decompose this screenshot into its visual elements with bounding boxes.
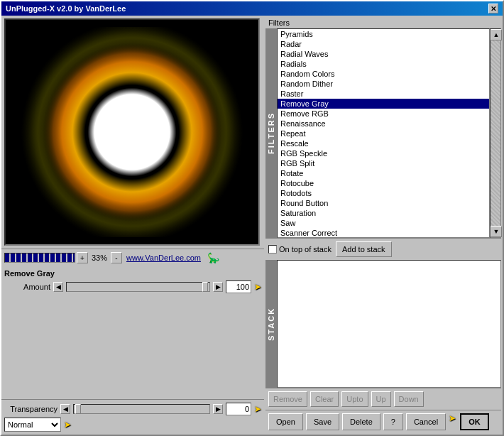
amount-increase-btn[interactable]: ▶ [213,282,223,292]
save-button[interactable]: Save [306,413,339,430]
filter-item[interactable]: RGB Split [278,158,489,168]
filters-header: Filters [265,17,501,28]
zoom-out-button[interactable]: - [111,252,122,263]
filter-item[interactable]: RGB Speckle [278,148,489,158]
filter-item[interactable]: Rotate [278,168,489,178]
clear-button[interactable]: Clear [310,391,339,407]
scroll-track[interactable] [491,40,500,226]
transparency-arrow: ➤ [254,404,261,414]
title-bar: UnPlugged-X v2.0 by VanDerLee ✕ [1,1,503,16]
right-panel: Filters FILTERS PyramidsRadarRadial Wave… [264,16,503,435]
zoom-level: 33% [89,254,109,262]
amount-row: Amount ◀ ▶ ➤ [4,280,261,293]
stack-action-buttons: Remove Clear Upto Up Down [265,388,501,410]
window-title: UnPlugged-X v2.0 by VanDerLee [6,4,126,13]
stack-controls: On top of stack Add to stack [265,238,501,260]
filter-item[interactable]: Random Colors [278,69,489,79]
transparency-value[interactable] [226,403,251,415]
filter-item[interactable]: Repeat [278,129,489,138]
open-button[interactable]: Open [268,413,303,430]
filters-vertical-label: FILTERS [265,28,277,238]
blend-arrow: ➤ [64,420,71,430]
toolbar: + 33% - www.VanDerLee.com 🦕 [1,249,264,266]
ok-button[interactable]: OK [460,413,489,430]
filter-item[interactable]: Rotocube [278,178,489,188]
transparency-label: Transparency [4,405,57,413]
down-button[interactable]: Down [394,391,424,407]
filter-item[interactable]: Radar [278,39,489,49]
on-top-checkbox[interactable] [268,245,277,254]
dino-icon: 🦕 [205,251,222,264]
up-button[interactable]: Up [371,391,391,407]
delete-button[interactable]: Delete [342,413,380,430]
cancel-arrow: ➤ [449,413,456,423]
filter-item[interactable]: Renaissance [278,119,489,129]
main-window: UnPlugged-X v2.0 by VanDerLee ✕ + 33% - … [0,0,504,436]
filter-item[interactable]: Random Dither [278,79,489,89]
filter-item[interactable]: Saturation [278,208,489,218]
amount-value[interactable] [226,280,251,293]
amount-slider[interactable] [66,282,210,292]
filter-item[interactable]: Radials [278,59,489,69]
scroll-up-btn[interactable]: ▲ [491,29,502,40]
filter-item[interactable]: Remove RGB [278,109,489,119]
filter-item[interactable]: Saw [278,218,489,228]
zoom-in-button[interactable]: + [77,252,88,263]
stack-vertical-label: STACK [265,260,277,388]
on-top-checkbox-row: On top of stack [268,245,332,254]
filter-item[interactable]: Pyramids [278,29,489,39]
filter-item[interactable]: Rescale [278,138,489,148]
filter-name-label: Remove Gray [4,269,261,278]
on-top-label: On top of stack [279,245,332,254]
transparency-increase-btn[interactable]: ▶ [213,404,223,414]
close-button[interactable]: ✕ [488,4,498,13]
filter-item[interactable]: Round Button [278,198,489,208]
scroll-down-btn[interactable]: ▼ [491,226,502,237]
amount-decrease-btn[interactable]: ◀ [53,282,63,292]
amount-label: Amount [4,283,50,291]
filter-item[interactable]: Scanner Correct [278,228,489,238]
help-button[interactable]: ? [383,413,403,430]
filters-list-area: FILTERS PyramidsRadarRadial WavesRadials… [265,28,501,238]
blend-mode-select[interactable]: Normal Multiply Screen Overlay [4,418,61,432]
cancel-button[interactable]: Cancel [406,413,446,430]
remove-button[interactable]: Remove [268,391,307,407]
website-link[interactable]: www.VanDerLee.com [124,254,204,262]
transparency-slider[interactable] [73,404,210,414]
filter-item[interactable]: Remove Gray [278,99,489,109]
upto-button[interactable]: Upto [341,391,368,407]
transparency-decrease-btn[interactable]: ◀ [60,404,70,414]
stack-area: STACK [265,260,501,388]
amount-arrow: ➤ [254,282,261,292]
bottom-buttons: Open Save Delete ? Cancel ➤ OK [265,410,501,433]
stack-list[interactable] [277,260,501,388]
filters-list[interactable]: PyramidsRadarRadial WavesRadialsRandom C… [277,28,490,238]
progress-bar [4,253,75,263]
canvas-area [4,18,260,246]
filter-item[interactable]: Radial Waves [278,49,489,59]
filter-item[interactable]: Raster [278,89,489,99]
add-to-stack-button[interactable]: Add to stack [336,241,392,257]
filters-scrollbar: ▲ ▼ [490,28,501,238]
filter-item[interactable]: Rotodots [278,188,489,198]
